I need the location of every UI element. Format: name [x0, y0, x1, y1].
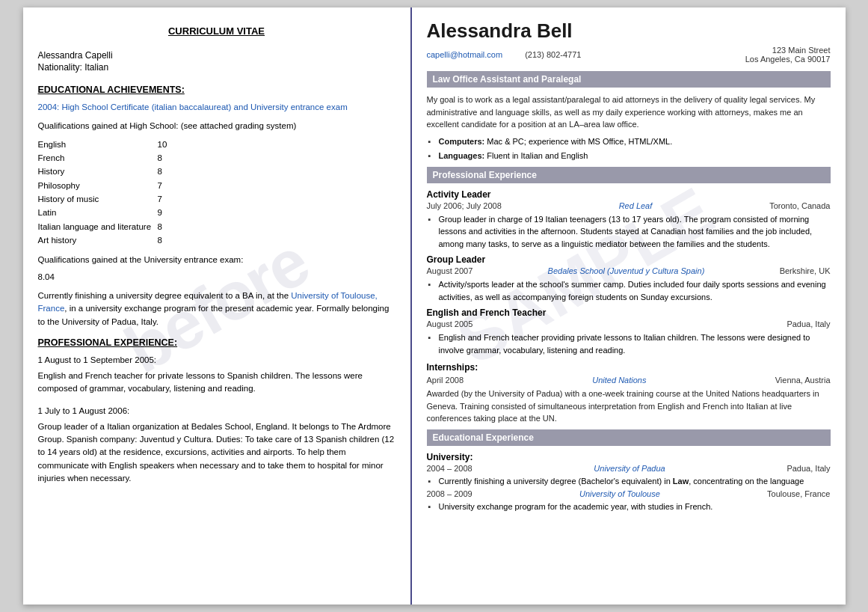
- grade-score-english: 10: [158, 138, 167, 151]
- intern1-desc: Awarded (by the University of Padua) wit…: [427, 388, 831, 425]
- job1-meta: July 2006; July 2008 Red Leaf Toronto, C…: [427, 201, 831, 210]
- grade-row-art: Art history 8: [38, 233, 395, 247]
- grade-row-italian: Italian language and literature 8: [38, 220, 395, 233]
- job3-title: English and French Teacher: [427, 307, 831, 318]
- job2-company: Bedales School (Juventud y Cultura Spain…: [548, 266, 705, 275]
- right-panel: SAMPLE Alessandra Bell capelli@hotmail.c…: [412, 7, 846, 605]
- job1-company: Red Leaf: [619, 201, 653, 210]
- grade-row-latin: Latin 9: [38, 206, 395, 219]
- prof-exp-bar: Professional Experience: [427, 167, 831, 183]
- address-line2: Los Angeles, Ca 90017: [745, 55, 831, 64]
- job1-date: 1 August to 1 September 2005:: [38, 354, 395, 367]
- grade-row-french: French 8: [38, 151, 395, 165]
- bullet-computers-label: Computers:: [439, 137, 485, 146]
- job2-dates: August 2007: [427, 266, 473, 275]
- job1-title: Activity Leader: [427, 189, 831, 200]
- uni2-dates: 2008 – 2009: [427, 489, 473, 498]
- uni-degree-text: Currently finishing a university degree …: [38, 290, 395, 328]
- intern1-dates: April 2008: [427, 376, 464, 385]
- left-content: CURRICULUM VITAE Alessandra Capelli Nati…: [38, 25, 395, 485]
- internship-bar: Internships:: [427, 362, 831, 373]
- left-name: Alessandra Capelli: [38, 50, 395, 61]
- intern1-meta: April 2008 United Nations Vienna, Austri…: [427, 376, 831, 385]
- grade-row-music: History of music 7: [38, 192, 395, 206]
- uni-score: 8.04: [38, 271, 395, 284]
- job3-desc: English and French teacher providing pri…: [427, 331, 831, 356]
- grade-subject-italian: Italian language and literature: [38, 220, 158, 233]
- intern1-location: Vienna, Austria: [775, 376, 831, 385]
- qual-high-school: Qualifications gained at High School: (s…: [38, 120, 395, 132]
- objective-bar: Law Office Assistant and Paralegal: [427, 71, 831, 88]
- job2-meta: August 2007 Bedales School (Juventud y C…: [427, 266, 831, 275]
- grade-subject-history: History: [38, 165, 158, 178]
- grade-subject-latin: Latin: [38, 206, 158, 219]
- intern1-org: United Nations: [592, 376, 646, 385]
- address-line1: 123 Main Street: [745, 46, 831, 55]
- job2-desc: Group leader of a Italian organization a…: [38, 420, 395, 485]
- grade-subject-english: English: [38, 138, 158, 151]
- job2-date: 1 July to 1 August 2006:: [38, 405, 395, 417]
- grade-score-french: 8: [158, 151, 162, 165]
- bullet-languages: Languages: Fluent in Italian and English: [427, 150, 831, 162]
- job2-location: Berkshire, UK: [780, 266, 831, 275]
- contact-phone: (213) 802-4771: [525, 50, 581, 59]
- bullet-languages-label: Languages:: [439, 151, 485, 160]
- uni2-desc: University exchange program for the acad…: [427, 501, 831, 513]
- contact-left: capelli@hotmail.com (213) 802-4771: [427, 46, 582, 64]
- uni2-school: University of Toulouse: [579, 489, 660, 498]
- grade-row-history: History 8: [38, 165, 395, 178]
- resume-name: Alessandra Bell: [427, 19, 831, 43]
- grade-row-philosophy: Philosophy 7: [38, 179, 395, 192]
- bullet-computers: Computers: Mac & PC; experience with MS …: [427, 135, 831, 148]
- uni1-dates: 2004 – 2008: [427, 464, 473, 473]
- cv-title: CURRICULUM VITAE: [38, 25, 395, 37]
- grade-score-history: 8: [158, 165, 162, 178]
- bullet-computers-text: Mac & PC; experience with MS Office, HTM…: [484, 137, 672, 146]
- grade-subject-philosophy: Philosophy: [38, 179, 158, 192]
- edu-bar: Educational Experience: [427, 429, 831, 446]
- grade-subject-french: French: [38, 151, 158, 165]
- grade-score-music: 7: [158, 192, 162, 206]
- prof-header: PROFESSIONAL EXPERIENCE:: [38, 337, 395, 348]
- contact-address: 123 Main Street Los Angeles, Ca 90017: [745, 46, 831, 64]
- edu-header: EDUCATIONAL ACHIEVEMENTS:: [38, 85, 395, 95]
- job1-location: Toronto, Canada: [769, 201, 830, 210]
- objective-text: My goal is to work as a legal assistant/…: [427, 94, 831, 131]
- qual-uni-exam: Qualifications gained at the University …: [38, 254, 395, 266]
- contact-email: capelli@hotmail.com: [427, 50, 503, 59]
- page-container: before CURRICULUM VITAE Alessandra Capel…: [23, 7, 846, 605]
- grade-score-philosophy: 7: [158, 179, 162, 192]
- year-2004: 2004: High School Certificate (italian b…: [38, 101, 395, 114]
- job2-title: Group Leader: [427, 254, 831, 265]
- contact-row: capelli@hotmail.com (213) 802-4771 123 M…: [427, 46, 831, 64]
- grade-score-italian: 8: [158, 220, 162, 233]
- job3-location: Padua, Italy: [787, 319, 830, 328]
- bullet-languages-text: Fluent in Italian and English: [484, 151, 588, 160]
- grade-score-art: 8: [158, 233, 162, 247]
- uni2-meta: 2008 – 2009 University of Toulouse Toulo…: [427, 489, 831, 498]
- left-panel: before CURRICULUM VITAE Alessandra Capel…: [23, 7, 412, 605]
- grade-subject-art: Art history: [38, 233, 158, 247]
- uni1-location: Padua, Italy: [787, 464, 830, 473]
- uni-label: University:: [427, 452, 831, 462]
- job1-dates: July 2006; July 2008: [427, 201, 502, 210]
- job2-desc: Activity/sports leader at the school's s…: [427, 278, 831, 303]
- job1-desc: English and French teacher for private l…: [38, 370, 395, 396]
- grade-score-latin: 9: [158, 206, 162, 219]
- uni2-location: Toulouse, France: [767, 489, 830, 498]
- job3-meta: August 2005 Padua, Italy: [427, 319, 831, 328]
- uni1-desc: Currently finishing a university degree …: [427, 475, 831, 488]
- left-nationality: Nationality: Italian: [38, 62, 395, 73]
- left-edu-section: EDUCATIONAL ACHIEVEMENTS: 2004: High Sch…: [38, 85, 395, 328]
- right-content: Alessandra Bell capelli@hotmail.com (213…: [427, 19, 831, 513]
- uni1-meta: 2004 – 2008 University of Padua Padua, I…: [427, 464, 831, 473]
- uni1-school: University of Padua: [594, 464, 665, 473]
- left-prof-section: PROFESSIONAL EXPERIENCE: 1 August to 1 S…: [38, 337, 395, 485]
- job1-desc: Group leader in charge of 19 Italian tee…: [427, 213, 831, 251]
- grade-subject-music: History of music: [38, 192, 158, 206]
- job3-dates: August 2005: [427, 319, 473, 328]
- grades-table: English 10 French 8 History 8 Philosophy…: [38, 138, 395, 248]
- grade-row-english: English 10: [38, 138, 395, 151]
